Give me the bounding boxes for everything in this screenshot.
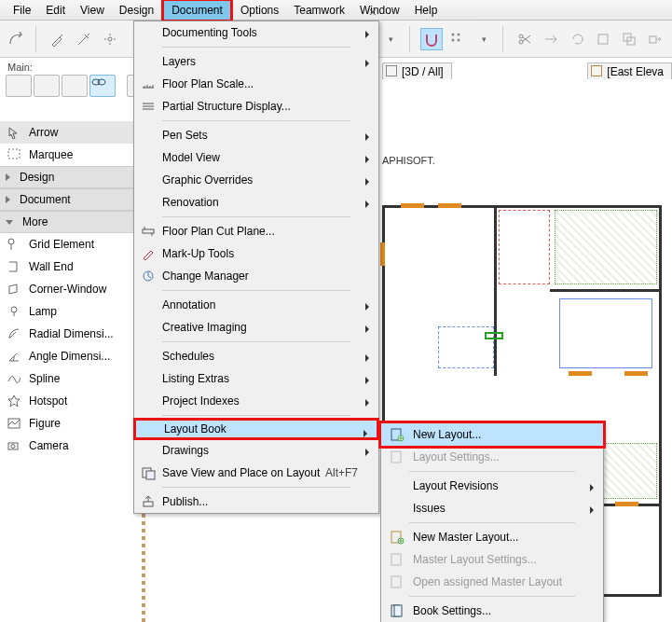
menu-design[interactable]: Design: [112, 1, 161, 20]
undo-curve-icon[interactable]: [6, 28, 28, 50]
svg-point-2: [452, 33, 455, 35]
menu-view[interactable]: View: [73, 1, 112, 20]
mi-floor-plan-scale[interactable]: Floor Plan Scale...: [134, 73, 378, 95]
tool-arrow[interactable]: Arrow: [0, 121, 140, 144]
snap-grid-icon[interactable]: [446, 28, 469, 50]
mi-model-view[interactable]: Model View: [134, 146, 378, 169]
submenu-arrow-icon: [365, 60, 369, 67]
toolbox: Arrow Marquee Design Document More Grid …: [0, 121, 140, 457]
tool-radial-dim[interactable]: Radial Dimensi...: [0, 323, 140, 345]
tab-3d[interactable]: [3D / All]: [382, 62, 452, 79]
menu-document[interactable]: Document: [161, 0, 233, 22]
tool-label: Corner-Window: [29, 283, 106, 296]
submenu-arrow-icon: [365, 133, 369, 141]
tab-label: [East Eleva: [607, 65, 664, 78]
smi-label: Open assigned Master Layout: [413, 575, 596, 588]
tool-hotspot[interactable]: Hotspot: [0, 390, 140, 412]
mi-publish[interactable]: Publish...: [134, 491, 378, 513]
adjust-icon[interactable]: [540, 28, 562, 50]
submenu-arrow-icon: [590, 484, 594, 491]
mi-drawings[interactable]: Drawings: [134, 439, 378, 462]
submenu-arrow-icon: [365, 200, 369, 208]
open-master-icon: [387, 574, 407, 590]
arrow-icon: [7, 125, 21, 140]
mi-label: Change Manager: [162, 270, 371, 283]
picker-icon[interactable]: [99, 28, 121, 50]
submenu-arrow-icon: [365, 303, 369, 311]
smi-master-settings: Master Layout Settings...: [381, 548, 603, 571]
mi-partial-structure[interactable]: Partial Structure Display...: [134, 95, 378, 117]
mi-change-manager[interactable]: Change Manager: [134, 265, 378, 287]
smi-new-layout[interactable]: New Layout...: [381, 423, 603, 446]
cat-label: Document: [20, 193, 71, 206]
mi-label: Annotation: [162, 298, 371, 311]
offset-icon[interactable]: [618, 28, 640, 50]
tool-corner-window[interactable]: Corner-Window: [0, 278, 140, 300]
cat-document[interactable]: Document: [0, 188, 140, 211]
mi-documenting-tools[interactable]: Documenting Tools: [134, 21, 378, 44]
tool-angle-dim[interactable]: Angle Dimensi...: [0, 345, 140, 367]
cat-design[interactable]: Design: [0, 166, 140, 188]
tool-camera[interactable]: Camera: [0, 435, 140, 457]
mtool-2-icon[interactable]: [34, 75, 60, 97]
menu-window[interactable]: Window: [352, 1, 407, 20]
svg-rect-11: [650, 36, 656, 43]
menu-options[interactable]: Options: [233, 1, 286, 20]
smi-layout-revisions[interactable]: Layout Revisions: [381, 475, 603, 497]
mi-annotation[interactable]: Annotation: [134, 294, 378, 316]
mi-graphic-overrides[interactable]: Graphic Overrides: [134, 169, 378, 191]
mi-project-indexes[interactable]: Project Indexes: [134, 390, 378, 412]
tool-grid-element[interactable]: Grid Element: [0, 233, 140, 256]
scissors-icon[interactable]: [514, 28, 536, 50]
mi-creative-imaging[interactable]: Creative Imaging: [134, 316, 378, 339]
snap-magnet-icon[interactable]: [420, 28, 443, 50]
tool-lamp[interactable]: Lamp: [0, 300, 140, 323]
svg-point-19: [11, 445, 15, 449]
cat-more[interactable]: More: [0, 211, 140, 233]
mi-renovation[interactable]: Renovation: [134, 191, 378, 214]
mi-markup-tools[interactable]: Mark-Up Tools: [134, 242, 378, 265]
mtool-link-icon[interactable]: [89, 75, 116, 97]
corner-window-icon: [7, 282, 21, 297]
syringe-icon[interactable]: [73, 28, 95, 50]
menu-edit[interactable]: Edit: [38, 1, 73, 20]
wall-end-icon: [7, 259, 21, 274]
spline-icon: [7, 371, 21, 386]
menu-file[interactable]: File: [6, 1, 38, 20]
tab-east-elev[interactable]: [East Eleva: [587, 62, 672, 79]
smi-book-settings[interactable]: Book Settings...: [381, 600, 603, 622]
move-icon[interactable]: [644, 28, 666, 50]
smi-issues[interactable]: Issues: [381, 497, 603, 519]
mi-label: Project Indexes: [162, 394, 371, 408]
mi-schedules[interactable]: Schedules: [134, 345, 378, 367]
mi-layout-book[interactable]: Layout Book: [133, 418, 379, 440]
mi-save-view[interactable]: Save View and Place on LayoutAlt+F7: [134, 462, 378, 484]
smi-label: Book Settings...: [413, 604, 596, 617]
tool-figure[interactable]: Figure: [0, 412, 140, 435]
mi-pen-sets[interactable]: Pen Sets: [134, 124, 378, 146]
mi-layers[interactable]: Layers: [134, 50, 378, 73]
submenu-arrow-icon: [365, 31, 369, 38]
eyedropper-icon[interactable]: [47, 28, 69, 50]
close-icon[interactable]: ×: [369, 5, 377, 20]
tool-marquee[interactable]: Marquee: [0, 144, 140, 166]
mtool-3-icon[interactable]: [62, 75, 88, 97]
rotate-icon[interactable]: [566, 28, 588, 50]
mi-label: Partial Structure Display...: [162, 100, 371, 113]
chevron-down-icon[interactable]: ▾: [389, 35, 393, 44]
menu-help[interactable]: Help: [407, 1, 446, 20]
markup-icon: [140, 245, 157, 262]
mi-listing-extras[interactable]: Listing Extras: [134, 367, 378, 390]
chevron-down-icon[interactable]: ▾: [482, 35, 487, 44]
square-icon[interactable]: [592, 28, 614, 50]
tool-wall-end[interactable]: Wall End: [0, 256, 140, 278]
cat-label: Design: [20, 171, 54, 184]
document-menu: Documenting Tools Layers Floor Plan Scal…: [133, 21, 379, 514]
smi-new-master[interactable]: New Master Layout...: [381, 526, 603, 548]
submenu-arrow-icon: [590, 506, 594, 514]
mtool-1-icon[interactable]: [6, 75, 32, 97]
mi-label: Schedules: [162, 350, 371, 363]
tool-spline[interactable]: Spline: [0, 367, 140, 390]
mi-floor-plan-cut[interactable]: Floor Plan Cut Plane...: [134, 220, 378, 242]
menu-teamwork[interactable]: Teamwork: [286, 1, 352, 20]
